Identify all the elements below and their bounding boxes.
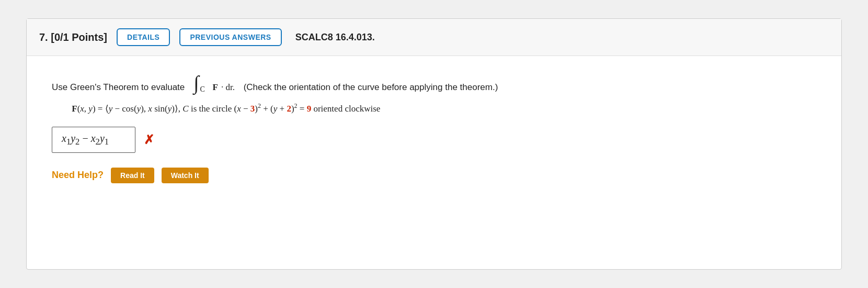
need-help-row: Need Help? Read It Watch It bbox=[52, 168, 816, 183]
intro-text-after: (Check the orientation of the curve befo… bbox=[244, 82, 498, 93]
answer-input-box[interactable]: x1y2 − x2y1 bbox=[52, 127, 135, 153]
question-card: 7. [0/1 Points] DETAILS PREVIOUS ANSWERS… bbox=[26, 18, 842, 270]
integral-symbol: ∫C bbox=[193, 73, 204, 93]
math-equation-line: F(x, y) = ⟨y − cos(y), x sin(y)⟩, C is t… bbox=[52, 102, 816, 114]
question-body: Use Green's Theorem to evaluate ∫C F · d… bbox=[27, 56, 841, 200]
read-it-button[interactable]: Read It bbox=[111, 168, 154, 183]
intro-text-before: Use Green's Theorem to evaluate bbox=[52, 82, 185, 93]
dot-dr: · dr. bbox=[221, 82, 235, 93]
wrong-mark: ✗ bbox=[144, 132, 154, 147]
question-number: 7. [0/1 Points] bbox=[39, 31, 107, 43]
red-2: 2 bbox=[287, 104, 291, 114]
previous-answers-button[interactable]: PREVIOUS ANSWERS bbox=[179, 28, 281, 46]
watch-it-button[interactable]: Watch It bbox=[162, 168, 209, 183]
question-header: 7. [0/1 Points] DETAILS PREVIOUS ANSWERS… bbox=[27, 19, 841, 56]
details-button[interactable]: DETAILS bbox=[117, 28, 170, 46]
integral-subscript: C bbox=[200, 85, 204, 93]
answer-box-area: x1y2 − x2y1 ✗ bbox=[52, 127, 816, 153]
f-label: F bbox=[72, 104, 77, 114]
red-3: 3 bbox=[250, 104, 255, 114]
bold-f: F bbox=[213, 82, 218, 93]
need-help-label: Need Help? bbox=[52, 170, 104, 181]
problem-statement: Use Green's Theorem to evaluate ∫C F · d… bbox=[52, 73, 816, 93]
question-code: SCALC8 16.4.013. bbox=[295, 32, 375, 43]
red-9: 9 bbox=[307, 104, 312, 114]
